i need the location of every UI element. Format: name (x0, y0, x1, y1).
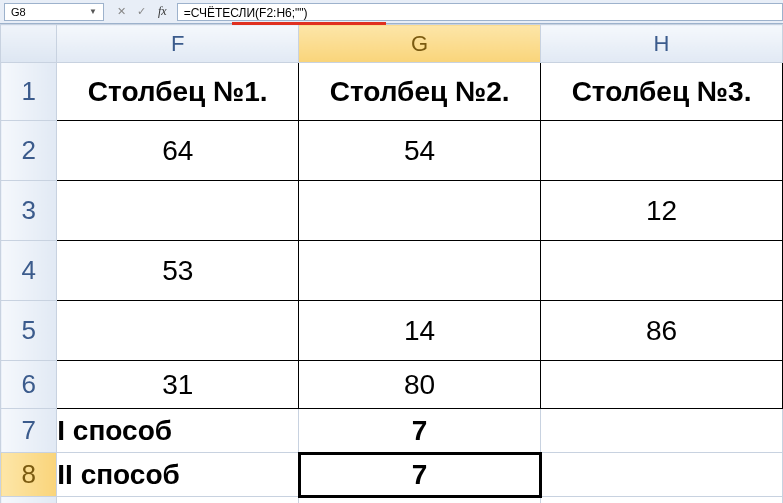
row-header-2[interactable]: 2 (1, 121, 57, 181)
row-header-8[interactable]: 8 (1, 453, 57, 497)
cell-G6[interactable]: 80 (299, 361, 541, 409)
cell-F3[interactable] (57, 181, 299, 241)
row-header-4[interactable]: 4 (1, 241, 57, 301)
fx-icon[interactable]: fx (154, 4, 171, 19)
table-row: 4 53 (1, 241, 783, 301)
cell-G8[interactable]: 7 (299, 453, 541, 497)
cell-F9[interactable] (57, 497, 299, 504)
cell-H6[interactable] (541, 361, 783, 409)
cell-G4[interactable] (299, 241, 541, 301)
select-all-corner[interactable] (1, 25, 57, 63)
cancel-icon[interactable]: ✕ (114, 5, 128, 19)
cell-F1[interactable]: Столбец №1. (57, 63, 299, 121)
cell-G7[interactable]: 7 (299, 409, 541, 453)
formula-buttons: ✕ ✓ fx (108, 4, 177, 19)
chevron-down-icon[interactable]: ▼ (89, 7, 97, 16)
table-row: 5 14 86 (1, 301, 783, 361)
cell-F7[interactable]: I способ (57, 409, 299, 453)
formula-bar: G8 ▼ ✕ ✓ fx =СЧЁТЕСЛИ(F2:H6;"") (0, 0, 783, 24)
cell-H1[interactable]: Столбец №3. (541, 63, 783, 121)
table-row: 2 64 54 (1, 121, 783, 181)
table-row (1, 497, 783, 504)
row-header-7[interactable]: 7 (1, 409, 57, 453)
annotation-underline (232, 22, 386, 25)
column-header-G[interactable]: G (299, 25, 541, 63)
column-header-row: F G H (1, 25, 783, 63)
spreadsheet-grid[interactable]: F G H 1 Столбец №1. Столбец №2. Столбец … (0, 24, 783, 503)
row-header-5[interactable]: 5 (1, 301, 57, 361)
formula-input[interactable]: =СЧЁТЕСЛИ(F2:H6;"") (177, 3, 783, 21)
cell-H5[interactable]: 86 (541, 301, 783, 361)
row-header-1[interactable]: 1 (1, 63, 57, 121)
table-row: 1 Столбец №1. Столбец №2. Столбец №3. (1, 63, 783, 121)
cell-H4[interactable] (541, 241, 783, 301)
table-row: 6 31 80 (1, 361, 783, 409)
cell-H7[interactable] (541, 409, 783, 453)
cell-F6[interactable]: 31 (57, 361, 299, 409)
cell-F8[interactable]: II способ (57, 453, 299, 497)
row-header-9[interactable] (1, 497, 57, 504)
cell-G9[interactable] (299, 497, 541, 504)
cell-reference: G8 (11, 6, 26, 18)
table-row: 3 12 (1, 181, 783, 241)
cell-G2[interactable]: 54 (299, 121, 541, 181)
cell-H3[interactable]: 12 (541, 181, 783, 241)
cell-F2[interactable]: 64 (57, 121, 299, 181)
row-header-6[interactable]: 6 (1, 361, 57, 409)
table-row: 8 II способ 7 (1, 453, 783, 497)
cell-H9[interactable] (541, 497, 783, 504)
cell-H2[interactable] (541, 121, 783, 181)
row-header-3[interactable]: 3 (1, 181, 57, 241)
cell-G5[interactable]: 14 (299, 301, 541, 361)
name-box[interactable]: G8 ▼ (4, 3, 104, 21)
cell-H8[interactable] (541, 453, 783, 497)
column-header-F[interactable]: F (57, 25, 299, 63)
cell-G1[interactable]: Столбец №2. (299, 63, 541, 121)
cell-F5[interactable] (57, 301, 299, 361)
cell-G3[interactable] (299, 181, 541, 241)
cell-F4[interactable]: 53 (57, 241, 299, 301)
confirm-icon[interactable]: ✓ (134, 5, 148, 19)
column-header-H[interactable]: H (541, 25, 783, 63)
table-row: 7 I способ 7 (1, 409, 783, 453)
